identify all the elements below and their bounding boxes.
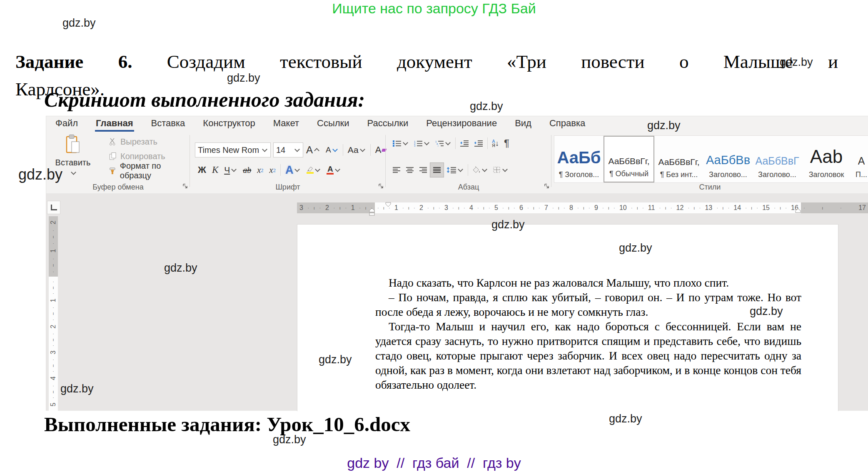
tab-help[interactable]: Справка <box>549 117 586 132</box>
tab-home[interactable]: Главная <box>95 117 134 132</box>
paragraph-dialog-launcher-icon[interactable] <box>544 181 549 191</box>
chevron-down-icon <box>360 147 365 152</box>
tab-file[interactable]: Файл <box>55 117 79 132</box>
gdz-watermark: gdz.by <box>62 17 96 30</box>
ruler-tick: · <box>614 205 615 210</box>
ruler-tick: · <box>756 205 758 210</box>
tab-view[interactable]: Вид <box>514 117 532 132</box>
gdz-watermark: gdz.by <box>18 166 62 183</box>
font-name-combobox[interactable]: Times New Rom <box>195 142 271 157</box>
text-effects-button[interactable]: А <box>282 163 304 177</box>
italic-button[interactable]: К <box>209 163 221 177</box>
chevron-down-icon <box>262 147 267 152</box>
style-card-title[interactable]: AabЗаголовок <box>802 136 851 182</box>
line-spacing-button[interactable] <box>444 163 466 177</box>
ruler-tick: · <box>716 205 718 210</box>
style-card-no-spacing[interactable]: АаБбВвГг,¶ Без инт... <box>654 136 703 182</box>
style-card-heading2[interactable]: АаБбВвГЗаголово... <box>753 136 802 182</box>
shrink-font-button[interactable]: А <box>323 143 341 157</box>
strikethrough-button[interactable]: ab <box>240 163 254 177</box>
tab-references[interactable]: Ссылки <box>316 117 350 132</box>
ruler-number: 3 <box>299 204 303 212</box>
ruler-tick: · <box>564 205 565 210</box>
style-card-normal[interactable]: АаБбВвГг,¶ Обычный <box>604 136 654 182</box>
chevron-down-icon <box>231 167 237 172</box>
scissors-icon <box>109 137 117 146</box>
tab-mailings[interactable]: Рассылки <box>367 117 409 132</box>
highlighter-icon <box>306 166 314 172</box>
increase-indent-button[interactable] <box>471 136 486 150</box>
doc-paragraph-1[interactable]: Надо сказать, что Карлсон не раз жаловал… <box>375 275 801 290</box>
borders-button[interactable] <box>490 163 511 177</box>
font-size-combobox[interactable]: 14 <box>273 142 303 157</box>
format-painter-button[interactable]: Формат по образцу <box>109 164 190 177</box>
text-highlight-button[interactable] <box>303 163 324 177</box>
ruler-tick: ı <box>365 205 367 210</box>
first-line-indent-marker[interactable] <box>385 202 391 207</box>
ruler-tick: · <box>539 205 540 210</box>
bullets-button[interactable] <box>390 136 411 150</box>
align-center-button[interactable] <box>403 163 417 177</box>
task-number: Задание 6. <box>15 51 132 72</box>
vertical-ruler-top-margin: 2·ı·1·ı· <box>49 216 58 277</box>
align-right-button[interactable] <box>417 163 430 177</box>
doc-paragraph-2[interactable]: – По ночам, правда, я сплю как убитый, –… <box>375 290 801 319</box>
subscript-button[interactable]: x2 <box>254 163 266 177</box>
ruler-tick: · <box>577 205 579 210</box>
line-spacing-icon <box>446 167 456 173</box>
ruler-tick: · <box>699 205 701 210</box>
grow-font-button[interactable]: А <box>303 143 323 157</box>
font-color-button[interactable]: А <box>324 163 344 177</box>
ruler-number: 4 <box>469 204 473 212</box>
change-case-button[interactable]: Аа <box>345 143 369 157</box>
style-card-heading1[interactable]: АаБбВвЗаголово... <box>703 136 753 182</box>
ribbon-tabs: Файл Главная Вставка Конструктор Макет С… <box>46 116 868 132</box>
ruler-number: 1 <box>394 204 398 212</box>
increase-indent-icon <box>474 140 483 147</box>
tab-insert[interactable]: Вставка <box>150 117 186 132</box>
styles-group: АаБб¶ Зоголов... АаБбВвГг,¶ Обычный АаБб… <box>551 132 868 193</box>
ruler-tick: · <box>514 205 515 210</box>
ruler-text-area: ·ı·1·ı·2·ı·3·ı·4·ı·5·ı·6·ı·7·ı·8·ı·9·ı·1… <box>375 202 801 213</box>
font-group-label: Шрифт <box>190 183 386 192</box>
clipboard-group: Вставить Вырезать Копировать Формат по о… <box>46 132 190 193</box>
format-painter-icon <box>109 167 117 175</box>
multilevel-list-button[interactable]: 1ai <box>432 136 454 150</box>
style-card-subtitle[interactable]: АП... <box>851 136 868 182</box>
superscript-button[interactable]: x2 <box>267 163 279 177</box>
ruler-number: 4 <box>50 377 57 380</box>
sort-button[interactable]: АЯ↓ <box>489 136 501 150</box>
justify-button[interactable] <box>430 162 444 177</box>
numbering-button[interactable]: 123 <box>411 136 432 150</box>
ruler-number: 10 <box>619 204 627 212</box>
bold-button[interactable]: Ж <box>195 163 209 177</box>
left-indent-marker[interactable] <box>369 208 375 216</box>
align-left-button[interactable] <box>390 163 403 177</box>
clipboard-dialog-launcher-icon[interactable] <box>182 181 188 191</box>
show-formatting-marks-button[interactable]: ¶ <box>501 136 512 150</box>
doc-paragraph-3[interactable]: Тогда-то Малыш и научил его, как надо бо… <box>375 319 801 392</box>
style-card-heading-custom[interactable]: АаБб¶ Зоголов... <box>554 136 604 182</box>
right-indent-marker[interactable] <box>795 208 801 213</box>
chevron-down-icon <box>335 167 341 172</box>
ruler-tick: · <box>631 205 633 210</box>
styles-group-label: Стили <box>551 183 868 192</box>
tab-review[interactable]: Рецензирование <box>425 117 498 132</box>
shading-button[interactable] <box>470 163 490 177</box>
cut-button[interactable]: Вырезать <box>109 135 190 148</box>
horizontal-ruler[interactable]: 3·ı·2·ı·1·ı· ·ı·1·ı·2·ı·3·ı·4·ı·5·ı·6·ı·… <box>297 202 868 213</box>
decrease-indent-button[interactable] <box>457 136 471 150</box>
screenshot-heading: Скриншот выполненного задания: <box>44 87 365 112</box>
tab-design[interactable]: Конструктор <box>202 117 256 132</box>
ruler-tick: · <box>52 317 54 322</box>
font-dialog-launcher-icon[interactable] <box>378 181 384 191</box>
ruler-tick: ı <box>533 205 534 210</box>
tab-layout[interactable]: Макет <box>272 117 300 132</box>
document-text[interactable]: Надо сказать, что Карлсон не раз жаловал… <box>375 275 801 392</box>
vertical-ruler[interactable]: 2·ı·1·ı· ·ı·1·ı·2·ı·3·ı·4·ı·5 <box>49 216 58 411</box>
ruler-tick: · <box>52 395 54 400</box>
paste-icon <box>65 134 81 155</box>
underline-button[interactable]: Ч <box>221 163 240 177</box>
ruler-number: 5 <box>50 402 57 406</box>
tab-stop-selector[interactable] <box>47 201 60 214</box>
